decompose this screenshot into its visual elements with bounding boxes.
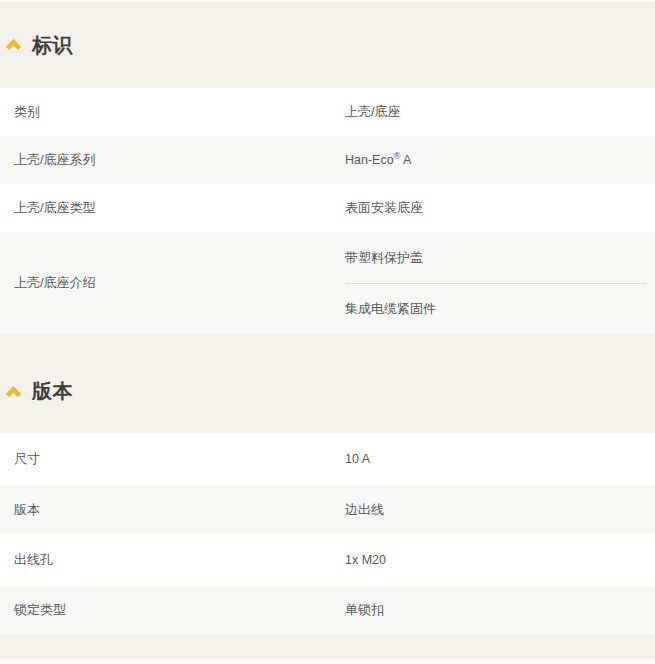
spec-label: 上壳/底座介绍: [0, 275, 345, 291]
section-title: 版本: [32, 378, 73, 405]
section-header-version[interactable]: 版本: [0, 334, 655, 433]
table-row: 上壳/底座系列 Han-Eco® A: [0, 136, 655, 184]
bottom-edge-strip: [0, 659, 655, 664]
spec-label: 上壳/底座类型: [0, 200, 345, 216]
spec-value: 单锁扣: [345, 602, 655, 618]
spec-value: 上壳/底座: [345, 104, 655, 120]
bottom-gap: [0, 634, 655, 659]
spec-value-group: 带塑料保护盖 集成电缆紧固件: [345, 232, 655, 334]
identification-spec-table: 类别 上壳/底座 上壳/底座系列 Han-Eco® A 上壳/底座类型 表面安装…: [0, 88, 655, 334]
table-row: 锁定类型 单锁扣: [0, 586, 655, 634]
spec-value: Han-Eco® A: [345, 153, 655, 168]
table-row: 出线孔 1x M20: [0, 534, 655, 586]
section-title: 标识: [32, 32, 73, 59]
chevron-up-icon[interactable]: [5, 386, 22, 398]
spec-label: 出线孔: [0, 552, 345, 568]
table-row: 上壳/底座介绍 带塑料保护盖 集成电缆紧固件: [0, 232, 655, 334]
series-suffix: A: [400, 153, 411, 167]
spec-value: 表面安装底座: [345, 200, 655, 216]
spec-value: 1x M20: [345, 553, 655, 568]
table-row: 版本 边出线: [0, 485, 655, 534]
spec-value: 边出线: [345, 502, 655, 518]
table-row: 类别 上壳/底座: [0, 88, 655, 136]
spec-label: 锁定类型: [0, 602, 345, 618]
spec-label: 类别: [0, 104, 345, 120]
table-row: 上壳/底座类型 表面安装底座: [0, 184, 655, 232]
spec-label: 上壳/底座系列: [0, 152, 345, 168]
version-spec-table: 尺寸 10 A 版本 边出线 出线孔 1x M20 锁定类型 单锁扣: [0, 433, 655, 634]
spec-value: 10 A: [345, 452, 655, 467]
spec-value: 带塑料保护盖: [345, 232, 647, 283]
table-row: 尺寸 10 A: [0, 433, 655, 485]
spec-label: 尺寸: [0, 451, 345, 467]
spec-value: 集成电缆紧固件: [345, 284, 647, 334]
series-name: Han-Eco: [345, 153, 394, 167]
spec-label: 版本: [0, 502, 345, 518]
chevron-up-icon[interactable]: [5, 39, 22, 51]
section-header-identification[interactable]: 标识: [0, 2, 655, 88]
